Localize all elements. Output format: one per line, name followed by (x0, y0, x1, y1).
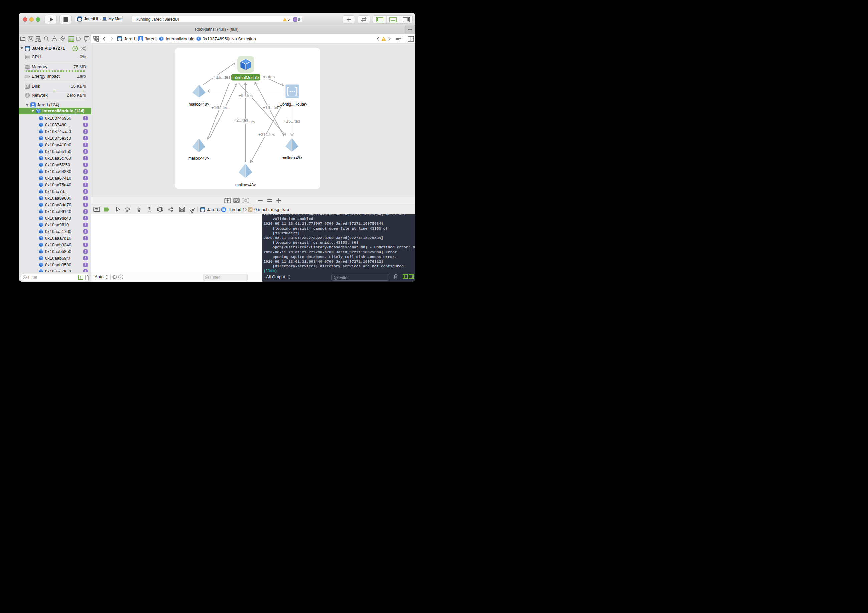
svg-text:+9...tes: +9...tes (239, 93, 253, 98)
svg-text:+16...tes: +16...tes (214, 75, 231, 80)
svg-text:InternalModule: InternalModule (232, 75, 259, 80)
svg-text:malloc<48>: malloc<48> (189, 156, 209, 161)
svg-text:_Contig...Route>: _Contig...Route> (277, 102, 307, 107)
svg-text:malloc<48>: malloc<48> (282, 156, 302, 160)
svg-text:malloc<48>: malloc<48> (235, 183, 256, 187)
svg-text:+16...tes: +16...tes (283, 119, 300, 124)
svg-text:routes: routes (262, 74, 275, 79)
svg-text:+31...tes: +31...tes (258, 132, 275, 137)
svg-text:malloc<48>: malloc<48> (189, 102, 209, 107)
svg-text:+2...tes: +2...tes (234, 118, 248, 123)
svg-text:!: ! (80, 276, 81, 280)
svg-text:+16...tes: +16...tes (211, 105, 228, 110)
